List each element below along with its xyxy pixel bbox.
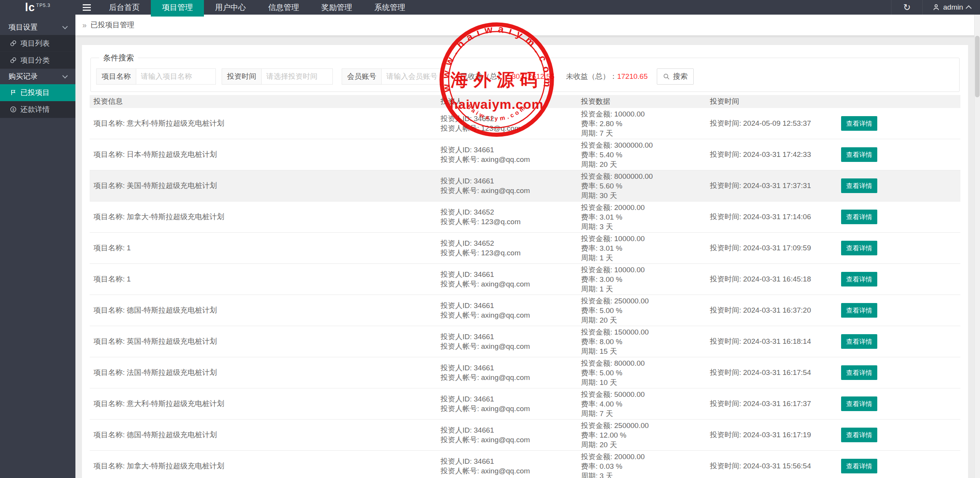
sidebar-item-repayment-details[interactable]: $ 还款详情 bbox=[0, 101, 75, 118]
refresh-icon[interactable]: ↻ bbox=[892, 0, 922, 15]
investor-id-label: 投资人ID: bbox=[441, 301, 472, 310]
investor-account: axing@qq.com bbox=[481, 187, 530, 195]
cell-invest-data: 投资金额:150000.00 费率:8.00 % 周期:15 天 bbox=[577, 327, 706, 356]
project-label: 项目名称: bbox=[93, 306, 125, 314]
invest-amount: 20000.00 bbox=[614, 453, 644, 461]
investor-id-label: 投资人ID: bbox=[441, 333, 472, 341]
investor-id: 34652 bbox=[474, 115, 494, 123]
amount-label: 投资金额: bbox=[581, 141, 612, 149]
cell-invest-time: 投资时间:2024-03-31 17:09:59 bbox=[706, 243, 816, 253]
project-name: 德国-特斯拉超级充电桩计划 bbox=[127, 431, 217, 439]
view-details-button[interactable]: 查看详情 bbox=[841, 210, 877, 224]
sidebar-item-project-category[interactable]: 项目分类 bbox=[0, 52, 75, 69]
invest-amount: 150000.00 bbox=[614, 328, 649, 336]
invest-rate: 8.00 % bbox=[599, 338, 622, 346]
view-details-button[interactable]: 查看详情 bbox=[841, 428, 877, 442]
view-details-button[interactable]: 查看详情 bbox=[841, 178, 877, 193]
view-details-button[interactable]: 查看详情 bbox=[841, 303, 877, 318]
cell-investor: 投资人ID:34661 投资人帐号:axing@qq.com bbox=[437, 363, 577, 382]
invest-period: 7 天 bbox=[599, 410, 613, 418]
invest-time-input[interactable] bbox=[261, 68, 333, 85]
member-account-input[interactable] bbox=[381, 68, 451, 85]
invest-time: 2024-03-31 17:09:59 bbox=[743, 244, 811, 252]
project-label: 项目名称: bbox=[93, 275, 125, 283]
cell-investor: 投资人ID:34652 投资人帐号:123@q.com bbox=[437, 114, 577, 133]
page-scrollbar[interactable] bbox=[974, 15, 980, 478]
invest-period: 1 天 bbox=[599, 285, 613, 293]
user-menu[interactable]: admin bbox=[923, 3, 980, 12]
cell-invest-data: 投资金额:50000.00 费率:4.00 % 周期:7 天 bbox=[577, 390, 706, 418]
table-body: 项目名称:意大利-特斯拉超级充电桩计划 投资人ID:34652 投资人帐号:12… bbox=[90, 108, 960, 478]
rate-label: 费率: bbox=[581, 462, 598, 470]
view-details-button[interactable]: 查看详情 bbox=[841, 459, 877, 473]
project-name: 加拿大-特斯拉超级充电桩计划 bbox=[127, 213, 224, 221]
investor-id-label: 投资人ID: bbox=[441, 115, 472, 123]
view-details-button[interactable]: 查看详情 bbox=[841, 396, 877, 411]
chevron-up-icon bbox=[966, 5, 972, 12]
invest-period: 3 天 bbox=[599, 223, 613, 231]
cell-actions: 查看详情 bbox=[816, 365, 960, 380]
nav-item-users[interactable]: 用户中心 bbox=[204, 0, 257, 15]
nav-item-rewards[interactable]: 奖励管理 bbox=[310, 0, 363, 15]
invest-amount: 250000.00 bbox=[614, 421, 649, 430]
investor-account-label: 投资人帐号: bbox=[441, 280, 479, 288]
search-fieldset: 条件搜索 项目名称 投资时间 会员账号 已收益（总）：30312612.55 bbox=[90, 53, 960, 92]
cell-investor: 投资人ID:34661 投资人帐号:axing@qq.com bbox=[437, 425, 577, 445]
cell-project: 项目名称:英国-特斯拉超级充电桩计划 bbox=[90, 336, 437, 346]
invest-period: 1 天 bbox=[599, 254, 613, 262]
cell-investor: 投资人ID:34661 投资人帐号:axing@qq.com bbox=[437, 456, 577, 476]
cell-invest-time: 投资时间:2024-03-31 17:37:31 bbox=[706, 181, 816, 191]
sidebar-group-purchase-records[interactable]: 购买记录 bbox=[0, 69, 75, 84]
sidebar-item-invested-projects[interactable]: 已投项目 bbox=[0, 84, 75, 101]
menu-toggle-icon[interactable] bbox=[75, 0, 98, 15]
project-name-input[interactable] bbox=[136, 68, 216, 85]
rate-label: 费率: bbox=[581, 244, 598, 252]
view-details-button[interactable]: 查看详情 bbox=[841, 272, 877, 286]
view-details-button[interactable]: 查看详情 bbox=[841, 365, 877, 380]
project-name: 德国-特斯拉超级充电桩计划 bbox=[127, 306, 217, 314]
period-label: 周期: bbox=[581, 160, 598, 168]
breadcrumb-arrows: » bbox=[82, 21, 87, 30]
project-label: 项目名称: bbox=[93, 368, 125, 376]
invest-amount: 50000.00 bbox=[614, 390, 644, 398]
nav-item-system[interactable]: 系统管理 bbox=[363, 0, 416, 15]
invest-period: 20 天 bbox=[599, 160, 617, 168]
invest-amount: 3000000.00 bbox=[614, 141, 653, 149]
view-details-button[interactable]: 查看详情 bbox=[841, 334, 877, 349]
search-button[interactable]: 搜索 bbox=[657, 68, 694, 85]
total-unearned-label: 未收益（总）： bbox=[566, 72, 617, 80]
project-name: 英国-特斯拉超级充电桩计划 bbox=[127, 337, 217, 345]
nav-item-projects[interactable]: 项目管理 bbox=[151, 0, 204, 17]
cell-project: 项目名称:意大利-特斯拉超级充电桩计划 bbox=[90, 399, 437, 409]
logo-text: lc bbox=[25, 1, 35, 14]
sidebar-item-project-list[interactable]: 项目列表 bbox=[0, 35, 75, 52]
investor-account-label: 投资人帐号: bbox=[441, 249, 479, 257]
page-title: 已投项目管理 bbox=[90, 20, 134, 30]
amount-label: 投资金额: bbox=[581, 235, 612, 243]
amount-label: 投资金额: bbox=[581, 421, 612, 430]
invest-rate: 3.00 % bbox=[599, 275, 622, 283]
rate-label: 费率: bbox=[581, 369, 598, 377]
invest-time: 2024-03-31 16:37:20 bbox=[743, 306, 811, 314]
nav-item-home[interactable]: 后台首页 bbox=[98, 0, 151, 15]
view-details-button[interactable]: 查看详情 bbox=[841, 116, 877, 131]
period-label: 周期: bbox=[581, 316, 598, 324]
investor-account-label: 投资人帐号: bbox=[441, 187, 479, 195]
nav-item-info[interactable]: 信息管理 bbox=[257, 0, 310, 15]
investor-account: axing@qq.com bbox=[481, 155, 530, 163]
field-invest-time: 投资时间 bbox=[222, 68, 333, 85]
investor-account: axing@qq.com bbox=[481, 467, 530, 475]
cell-invest-data: 投资金额:250000.00 费率:5.00 % 周期:20 天 bbox=[577, 296, 706, 325]
table-row: 项目名称:日本-特斯拉超级充电桩计划 投资人ID:34661 投资人帐号:axi… bbox=[90, 139, 960, 170]
cell-project: 项目名称:1 bbox=[90, 243, 437, 253]
invest-period: 15 天 bbox=[599, 347, 617, 355]
scrollbar-thumb[interactable] bbox=[975, 36, 980, 97]
invest-time-label: 投资时间: bbox=[710, 400, 741, 408]
view-details-button[interactable]: 查看详情 bbox=[841, 241, 877, 255]
cell-investor: 投资人ID:34652 投资人帐号:123@q.com bbox=[437, 238, 577, 258]
invest-time-label: 投资时间: bbox=[710, 119, 741, 127]
invest-period: 10 天 bbox=[599, 378, 617, 386]
view-details-button[interactable]: 查看详情 bbox=[841, 147, 877, 162]
sidebar-group-project-settings[interactable]: 项目设置 bbox=[0, 20, 75, 35]
invest-time-label: 投资时间: bbox=[710, 275, 741, 283]
